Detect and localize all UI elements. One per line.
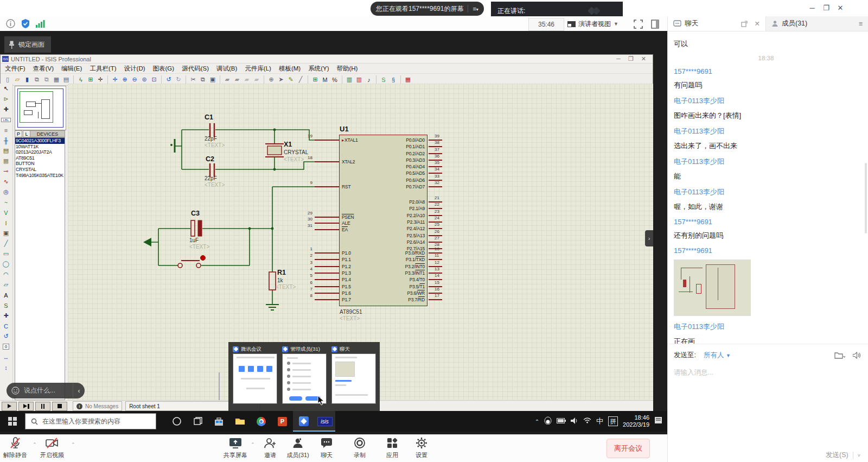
- settings-button[interactable]: 设置: [406, 436, 437, 459]
- graph-mode-icon[interactable]: ∿: [0, 176, 12, 187]
- refresh-icon[interactable]: ϟ: [76, 75, 85, 84]
- edit-part-icon[interactable]: ⊕: [267, 75, 276, 84]
- preview-thumbnail[interactable]: [233, 353, 277, 404]
- menu-item[interactable]: 模板(M): [279, 65, 301, 73]
- zoom-out-icon[interactable]: ⊖: [130, 75, 139, 84]
- block-delete-icon[interactable]: ▰: [252, 75, 261, 84]
- block-move-icon[interactable]: ▰: [233, 75, 241, 84]
- virtual-instruments-icon[interactable]: ▣: [0, 228, 12, 238]
- view-mode-button[interactable]: 演讲者视图 ▼: [567, 18, 618, 30]
- script-1-icon[interactable]: S: [379, 75, 388, 84]
- print-icon[interactable]: ▦: [52, 75, 61, 84]
- x1-ref[interactable]: X1: [284, 141, 292, 148]
- chrome-icon[interactable]: [251, 411, 272, 432]
- fullscreen-icon[interactable]: [634, 20, 643, 29]
- undo-icon[interactable]: ↺: [164, 75, 173, 84]
- chat-message-input[interactable]: 请输入消息...: [674, 368, 858, 377]
- property-tool-icon[interactable]: %: [330, 75, 339, 84]
- simulate-step-button[interactable]: [18, 402, 34, 411]
- qq-tray-icon[interactable]: [544, 416, 552, 426]
- file-explorer-icon[interactable]: [229, 411, 251, 432]
- mic-options-caret[interactable]: ⌃: [33, 442, 37, 447]
- chat-sender-name[interactable]: 电子0113李少阳: [674, 126, 868, 136]
- video-options-caret[interactable]: ⌃: [71, 442, 75, 447]
- chat-sender-name[interactable]: 157****9691: [674, 246, 868, 255]
- menu-item[interactable]: 系统(Y): [308, 65, 329, 73]
- open-file-icon[interactable]: ▱: [13, 75, 22, 84]
- text-script-icon[interactable]: ≡: [0, 125, 12, 135]
- make-device-icon[interactable]: ✎: [286, 75, 295, 84]
- network-signal-icon[interactable]: [36, 20, 45, 28]
- wire-label-icon[interactable]: LBL: [0, 115, 12, 125]
- chat-sender-name[interactable]: 电子0113李少阳: [674, 322, 868, 332]
- c3-ref[interactable]: C3: [191, 210, 200, 217]
- device-list-item[interactable]: BUTTON: [15, 161, 65, 167]
- chat-sender-name[interactable]: 电子0113李少阳: [674, 96, 868, 106]
- device-list-item[interactable]: AT89C51: [15, 155, 65, 161]
- c1-value[interactable]: 22pF: [205, 136, 217, 142]
- sound-icon[interactable]: [853, 352, 861, 359]
- chat-message-list[interactable]: 可以18:38157****9691有问题吗电子0113李少阳图咋画出来的？[表…: [668, 31, 868, 344]
- menu-item[interactable]: 源代码(S): [182, 65, 209, 73]
- u1-ref[interactable]: U1: [340, 125, 349, 133]
- ime-language-indicator[interactable]: 中: [596, 416, 603, 426]
- tape-recorder-icon[interactable]: ◎: [0, 187, 12, 197]
- chat-scrollbar[interactable]: [865, 163, 867, 233]
- simulate-stop-button[interactable]: [52, 402, 67, 411]
- 2d-symbol-icon[interactable]: S: [0, 300, 12, 311]
- zoom-area-icon[interactable]: ⊡: [150, 75, 158, 84]
- taskbar-clock[interactable]: 18:462022/3/19: [623, 414, 649, 428]
- chat-sender-name[interactable]: 157****9691: [674, 67, 868, 75]
- panel-menu-icon[interactable]: ≡: [859, 20, 863, 28]
- send-button[interactable]: 发送(S)˅: [826, 451, 860, 460]
- menu-item[interactable]: 编辑(E): [61, 65, 82, 73]
- 2d-path-icon[interactable]: ▱: [0, 280, 12, 290]
- generator-mode-icon[interactable]: ~: [0, 197, 12, 207]
- menu-item[interactable]: 图表(G): [153, 65, 175, 73]
- info-icon[interactable]: [6, 19, 15, 28]
- isis-restore-button[interactable]: ❐: [628, 55, 634, 62]
- library-manager-button[interactable]: L: [23, 130, 30, 137]
- r1-value[interactable]: 1k: [277, 277, 284, 283]
- terminal-mode-icon[interactable]: ▦: [0, 156, 12, 166]
- isis-taskbar-icon[interactable]: isis: [314, 411, 335, 432]
- u1-value[interactable]: AT89C51: [340, 309, 362, 315]
- menu-item[interactable]: 帮助(H): [336, 65, 358, 73]
- device-pin-icon[interactable]: ⊸: [0, 166, 12, 176]
- security-shield-icon[interactable]: [21, 18, 30, 29]
- start-button[interactable]: [0, 411, 25, 432]
- window-preview-card[interactable]: 腾讯会议: [233, 345, 277, 411]
- 2d-marker-icon[interactable]: ✚: [0, 311, 12, 321]
- simulate-play-button[interactable]: [2, 402, 17, 411]
- zoom-all-icon[interactable]: ⊚: [140, 75, 149, 84]
- isis-title-bar[interactable]: ISIS UNTITLED - ISIS Professional ─ ❐ ✕: [1, 55, 653, 64]
- popout-icon[interactable]: [741, 21, 748, 27]
- u1-at89c51-chip[interactable]: ▸XTAL1XTAL2RSTPSENALEEAP1.0P1.1P1.2P1.3P…: [339, 135, 427, 306]
- tab-chat[interactable]: 聊天 ✕: [668, 16, 766, 31]
- export-icon[interactable]: ⧉: [42, 75, 51, 84]
- preview-thumbnail[interactable]: [331, 353, 376, 404]
- tray-expand-icon[interactable]: ⌃: [535, 419, 539, 425]
- block-copy-icon[interactable]: ▰: [223, 75, 232, 84]
- block-rotate-icon[interactable]: ▰: [242, 75, 251, 84]
- restore-button[interactable]: ❐: [819, 3, 833, 13]
- menu-item[interactable]: 设计(D): [124, 65, 145, 73]
- 2d-circle-icon[interactable]: ◯: [0, 259, 12, 269]
- 2d-box-icon[interactable]: ▭: [0, 249, 12, 259]
- subcircuit-icon[interactable]: ▤: [0, 145, 12, 156]
- rotate-ccw-icon[interactable]: ↺: [0, 331, 12, 341]
- c3-value[interactable]: 1uF: [189, 237, 199, 243]
- paste-icon[interactable]: ▣: [208, 75, 217, 84]
- import-icon[interactable]: ⧉: [33, 75, 41, 84]
- pick-devices-button[interactable]: P: [15, 130, 22, 137]
- chat-sender-name[interactable]: 电子0113李少阳: [674, 187, 868, 197]
- send-to-selector[interactable]: 所有人 ▼: [704, 351, 731, 360]
- menu-item[interactable]: 调试(B): [216, 65, 237, 73]
- chat-sender-name[interactable]: 电子0113李少阳: [674, 157, 868, 167]
- selection-tool-icon[interactable]: ↖: [0, 84, 12, 94]
- side-panel-toggle-icon[interactable]: [651, 20, 659, 29]
- task-view-icon[interactable]: [187, 411, 208, 432]
- junction-dot-icon[interactable]: ✚: [0, 104, 12, 115]
- redo-icon[interactable]: ↻: [174, 75, 183, 84]
- chat-sender-name[interactable]: 157****9691: [674, 218, 868, 226]
